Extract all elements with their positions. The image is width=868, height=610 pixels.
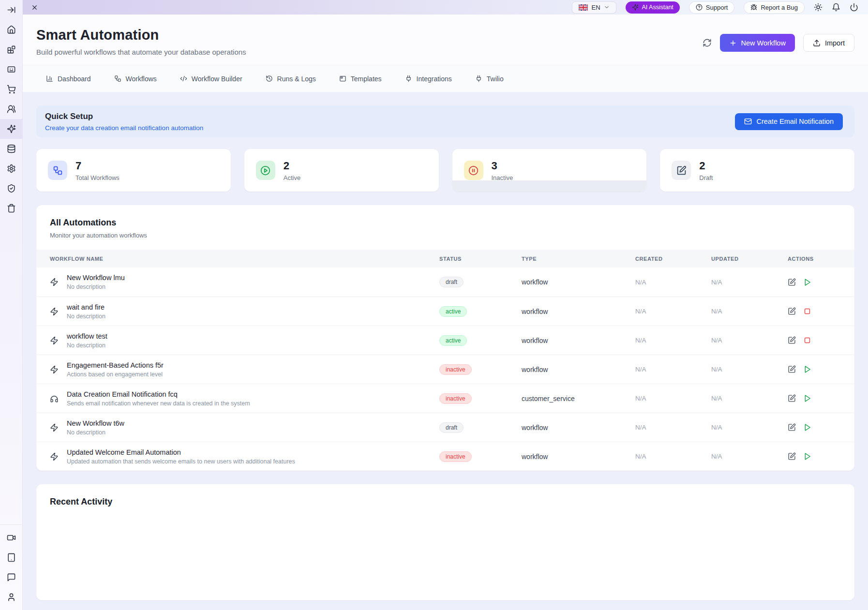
actions-cell: [788, 423, 841, 431]
run-button[interactable]: [803, 423, 811, 431]
stop-button[interactable]: [803, 336, 811, 344]
edit-button[interactable]: [788, 336, 796, 344]
zap-icon: [50, 365, 59, 374]
workflow-name-cell: workflow testNo description: [50, 332, 439, 349]
sidebar-item-home[interactable]: [0, 20, 23, 40]
workflow-description: Actions based on engagement level: [67, 371, 164, 378]
tab-twilio[interactable]: Twilio: [475, 75, 504, 83]
media-card-icon: [7, 65, 16, 74]
ai-assistant-button[interactable]: AI Assistant: [626, 1, 680, 14]
run-button[interactable]: [803, 394, 811, 402]
workflow-name-cell: Engagement-Based Actions f5rActions base…: [50, 361, 439, 378]
actions-cell: [788, 336, 841, 344]
blocks-icon: [7, 45, 16, 54]
workflow-name: New Workflow t6w: [67, 419, 124, 427]
run-button[interactable]: [803, 365, 811, 373]
sidebar-item-video[interactable]: [0, 528, 23, 548]
support-button[interactable]: Support: [689, 1, 735, 14]
sidebar-item-collapse[interactable]: [0, 0, 23, 20]
stat-chip: [464, 161, 483, 180]
run-button[interactable]: [803, 452, 811, 461]
stat-text: 2Active: [284, 160, 300, 181]
template-icon: [339, 75, 346, 82]
table-row[interactable]: workflow testNo descriptionactiveworkflo…: [36, 326, 854, 355]
shopping-cart-icon: [7, 85, 16, 94]
edit-button[interactable]: [788, 394, 796, 402]
quick-setup-banner: Quick Setup Create your data creation em…: [36, 105, 854, 137]
tab-label: Dashboard: [58, 75, 91, 83]
sidebar-item-users[interactable]: [0, 99, 23, 119]
edit-button[interactable]: [788, 423, 796, 431]
tab-runs-logs[interactable]: Runs & Logs: [266, 75, 316, 83]
sidebar-item-media[interactable]: [0, 60, 23, 79]
sun-icon[interactable]: [814, 3, 823, 12]
status-cell: inactive: [439, 393, 522, 404]
sidebar-item-automation[interactable]: [0, 119, 23, 139]
create-email-notification-label: Create Email Notification: [756, 118, 834, 125]
created-cell: N/A: [635, 453, 711, 460]
table-row[interactable]: New Workflow lmuNo descriptiondraftworkf…: [36, 268, 854, 297]
edit-button[interactable]: [788, 307, 796, 315]
sidebar-item-store[interactable]: [0, 79, 23, 99]
bell-icon[interactable]: [832, 3, 840, 12]
run-button[interactable]: [803, 278, 811, 286]
close-icon[interactable]: [31, 4, 38, 11]
workflow-text: Engagement-Based Actions f5rActions base…: [67, 361, 164, 378]
edit-button[interactable]: [788, 452, 796, 461]
table-row[interactable]: Engagement-Based Actions f5rActions base…: [36, 355, 854, 384]
status-cell: inactive: [439, 364, 522, 375]
automations-card: All Automations Monitor your automation …: [36, 205, 854, 471]
power-icon[interactable]: [850, 3, 858, 12]
sidebar-item-devices[interactable]: [0, 548, 23, 567]
automations-subtitle: Monitor your automation workflows: [36, 232, 854, 239]
stat-card-draft: 2Draft: [660, 149, 854, 192]
language-select[interactable]: EN: [572, 1, 616, 14]
stat-text: 2Draft: [699, 160, 713, 181]
workflow-description: No description: [67, 429, 124, 436]
table-row[interactable]: Updated Welcome Email AutomationUpdated …: [36, 442, 854, 471]
import-button[interactable]: Import: [803, 34, 854, 52]
sidebar-item-security[interactable]: [0, 179, 23, 198]
table-row[interactable]: New Workflow t6wNo descriptiondraftworkf…: [36, 413, 854, 442]
type-cell: workflow: [522, 366, 635, 373]
zap-icon: [50, 278, 59, 286]
status-cell: inactive: [439, 451, 522, 462]
stop-button[interactable]: [803, 307, 811, 315]
support-label: Support: [706, 4, 728, 11]
sidebar-item-apps[interactable]: [0, 40, 23, 60]
tab-integrations[interactable]: Integrations: [405, 75, 452, 83]
edit-button[interactable]: [788, 278, 796, 286]
workflow-name: Engagement-Based Actions f5r: [67, 361, 164, 369]
status-badge: inactive: [439, 364, 472, 375]
sidebar-item-settings[interactable]: [0, 159, 23, 179]
stats-row: 7Total Workflows2Active3Inactive2Draft: [36, 149, 854, 192]
tab-label: Workflow Builder: [192, 75, 242, 83]
sidebar-item-trash[interactable]: [0, 198, 23, 218]
status-cell: active: [439, 306, 522, 317]
status-cell: draft: [439, 277, 522, 287]
report-bug-button[interactable]: Report a Bug: [744, 1, 805, 14]
refresh-icon[interactable]: [703, 38, 712, 47]
tab-workflows[interactable]: Workflows: [114, 75, 157, 83]
quick-setup-link[interactable]: Create your data creation email notifica…: [45, 124, 203, 132]
sidebar-item-database[interactable]: [0, 139, 23, 159]
sidebar-item-chat[interactable]: [0, 567, 23, 587]
create-email-notification-button[interactable]: Create Email Notification: [735, 113, 843, 130]
tab-dashboard[interactable]: Dashboard: [46, 75, 91, 83]
workflow-name: Updated Welcome Email Automation: [67, 448, 295, 456]
tab-templates[interactable]: Templates: [339, 75, 382, 83]
workflow-name: Data Creation Email Notification fcq: [67, 390, 250, 398]
table-row[interactable]: wait and fireNo descriptionactiveworkflo…: [36, 297, 854, 326]
tab-workflow-builder[interactable]: Workflow Builder: [180, 75, 242, 83]
home-icon: [7, 25, 16, 34]
workflow-icon: [114, 75, 121, 82]
sidebar-item-account[interactable]: [0, 587, 23, 607]
stat-label: Draft: [699, 174, 713, 181]
actions-cell: [788, 452, 841, 461]
workflow-name-cell: New Workflow t6wNo description: [50, 419, 439, 436]
sidebar-top-group: [0, 0, 22, 218]
edit-button[interactable]: [788, 365, 796, 373]
table-row[interactable]: Data Creation Email Notification fcqSend…: [36, 384, 854, 413]
topbar-controls: EN AI Assistant Support Report a Bug: [572, 1, 858, 14]
new-workflow-button[interactable]: New Workflow: [720, 34, 795, 52]
